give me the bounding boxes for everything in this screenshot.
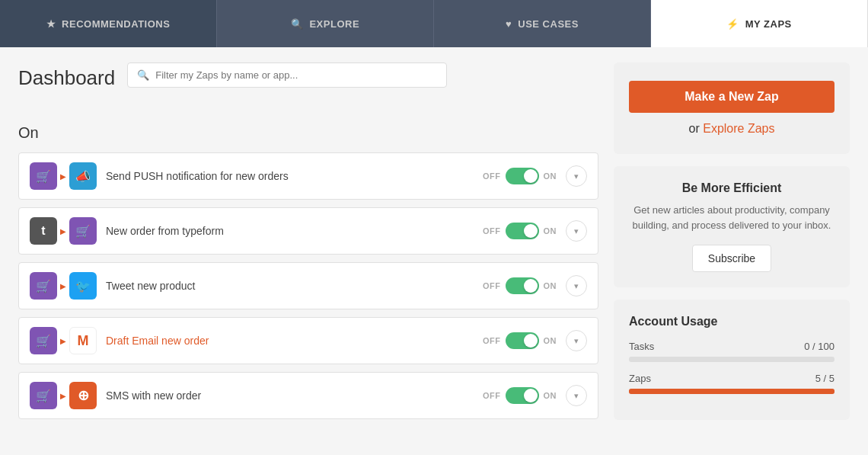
zap-toggle: OFF ON: [483, 168, 557, 184]
toggle-switch[interactable]: [506, 277, 539, 294]
explore-zaps-link[interactable]: Explore Zaps: [703, 122, 774, 135]
zap-toggle: OFF ON: [483, 332, 557, 349]
usage-card: Account Usage Tasks 0 / 100 Zaps 5 / 5: [614, 300, 850, 420]
zap-row[interactable]: t ▶ 🛒 New order from typeform OFF ON ▾: [18, 207, 598, 255]
on-label: ON: [544, 391, 557, 400]
nav-item-explore[interactable]: 🔍 EXPLORE: [217, 0, 434, 47]
zap-list: 🛒 ▶ 📣 Send PUSH notification for new ord…: [18, 152, 598, 419]
zap-icons: 🛒 ▶ 🐦: [30, 272, 97, 300]
zaps-label: Zaps: [629, 373, 651, 384]
section-on-label: On: [18, 124, 598, 142]
page-title: Dashboard: [18, 66, 115, 90]
zaps-bar-fill: [629, 389, 834, 394]
zap-toggle: OFF ON: [483, 223, 557, 239]
zap-name: New order from typeform: [106, 225, 474, 237]
app-icon: 📣: [69, 162, 97, 190]
arrow-icon: ▶: [60, 172, 66, 181]
use-cases-label: USE CASES: [518, 18, 579, 30]
search-bar: 🔍: [127, 62, 447, 88]
zap-name: Tweet new product: [106, 280, 474, 292]
make-new-zap-button[interactable]: Make a New Zap: [629, 81, 834, 113]
app-icon: 🛒: [30, 162, 57, 190]
expand-button[interactable]: ▾: [566, 385, 587, 406]
off-label: OFF: [483, 171, 501, 181]
tasks-bar-background: [629, 357, 834, 362]
arrow-icon: ▶: [60, 282, 66, 290]
zaps-bar-background: [629, 389, 834, 394]
app-icon: M: [69, 327, 97, 354]
cta-card: Make a New Zap or Explore Zaps: [614, 62, 850, 154]
recommendations-icon: ★: [46, 18, 56, 30]
zap-row[interactable]: 🛒 ▶ M Draft Email new order OFF ON ▾: [18, 317, 598, 364]
use-cases-icon: ♥: [506, 18, 512, 30]
zap-icons: 🛒 ▶ 📣: [30, 162, 97, 190]
my-zaps-label: MY ZAPS: [745, 18, 792, 30]
on-label: ON: [544, 336, 557, 345]
zap-name: Draft Email new order: [106, 335, 474, 347]
toggle-knob: [524, 389, 538, 402]
toggle-knob: [524, 169, 538, 183]
or-text: or Explore Zaps: [629, 122, 834, 136]
zap-toggle: OFF ON: [483, 387, 557, 404]
app-icon: 🛒: [30, 327, 57, 354]
explore-icon: 🔍: [291, 18, 304, 30]
on-label: ON: [544, 281, 557, 290]
app-icon: 🛒: [69, 217, 97, 245]
nav-item-use-cases[interactable]: ♥ USE CASES: [434, 0, 651, 47]
tasks-label: Tasks: [629, 341, 654, 352]
toggle-switch[interactable]: [506, 223, 539, 239]
off-label: OFF: [483, 391, 501, 400]
search-input[interactable]: [155, 69, 437, 81]
zap-icons: t ▶ 🛒: [30, 217, 97, 245]
off-label: OFF: [483, 281, 501, 290]
efficiency-card: Be More Efficient Get new articles about…: [614, 166, 850, 287]
nav-item-my-zaps[interactable]: ⚡ MY ZAPS: [651, 0, 868, 47]
toggle-knob: [524, 224, 538, 238]
expand-button[interactable]: ▾: [566, 165, 587, 187]
usage-title: Account Usage: [629, 315, 834, 328]
toggle-knob: [524, 279, 538, 293]
zap-toggle: OFF ON: [483, 277, 557, 294]
app-icon: 🐦: [69, 272, 97, 300]
zap-row[interactable]: 🛒 ▶ 📣 Send PUSH notification for new ord…: [18, 152, 598, 200]
zap-name: Send PUSH notification for new orders: [106, 170, 474, 182]
efficiency-title: Be More Efficient: [629, 181, 834, 195]
arrow-icon: ▶: [60, 227, 66, 236]
toggle-switch[interactable]: [506, 168, 539, 184]
zap-icons: 🛒 ▶ M: [30, 327, 97, 354]
zap-row[interactable]: 🛒 ▶ 🐦 Tweet new product OFF ON ▾: [18, 262, 598, 309]
app-icon: t: [30, 217, 57, 245]
on-label: ON: [544, 226, 557, 236]
recommendations-label: RECOMMENDATIONS: [62, 18, 170, 30]
app-icon: 🛒: [30, 272, 57, 300]
left-panel: Dashboard 🔍 On 🛒 ▶ 📣 Send PUSH notificat…: [18, 62, 598, 420]
off-label: OFF: [483, 336, 501, 345]
zap-row[interactable]: 🛒 ▶ ⊕ SMS with new order OFF ON ▾: [18, 372, 598, 419]
my-zaps-icon: ⚡: [726, 18, 739, 30]
arrow-icon: ▶: [60, 392, 66, 400]
subscribe-button[interactable]: Subscribe: [692, 245, 771, 272]
explore-label: EXPLORE: [309, 18, 359, 30]
tasks-usage-row: Tasks 0 / 100: [629, 341, 834, 362]
zaps-value: 5 / 5: [815, 373, 834, 384]
app-icon: 🛒: [30, 382, 57, 409]
toggle-switch[interactable]: [506, 387, 539, 404]
expand-button[interactable]: ▾: [566, 275, 587, 296]
toggle-knob: [524, 334, 538, 348]
off-label: OFF: [483, 226, 501, 236]
right-panel: Make a New Zap or Explore Zaps Be More E…: [614, 62, 850, 420]
nav-item-recommendations[interactable]: ★ RECOMMENDATIONS: [0, 0, 217, 47]
efficiency-text: Get new articles about productivity, com…: [629, 203, 834, 232]
app-icon: ⊕: [69, 382, 97, 409]
zap-icons: 🛒 ▶ ⊕: [30, 382, 97, 409]
top-nav: ★ RECOMMENDATIONS 🔍 EXPLORE ♥ USE CASES …: [0, 0, 868, 47]
arrow-icon: ▶: [60, 337, 66, 345]
zaps-usage-row: Zaps 5 / 5: [629, 373, 834, 394]
on-label: ON: [544, 171, 557, 181]
expand-button[interactable]: ▾: [566, 220, 587, 242]
zap-name: SMS with new order: [106, 389, 474, 402]
tasks-value: 0 / 100: [804, 341, 834, 352]
expand-button[interactable]: ▾: [566, 330, 587, 351]
toggle-switch[interactable]: [506, 332, 539, 349]
search-icon: 🔍: [137, 69, 149, 81]
